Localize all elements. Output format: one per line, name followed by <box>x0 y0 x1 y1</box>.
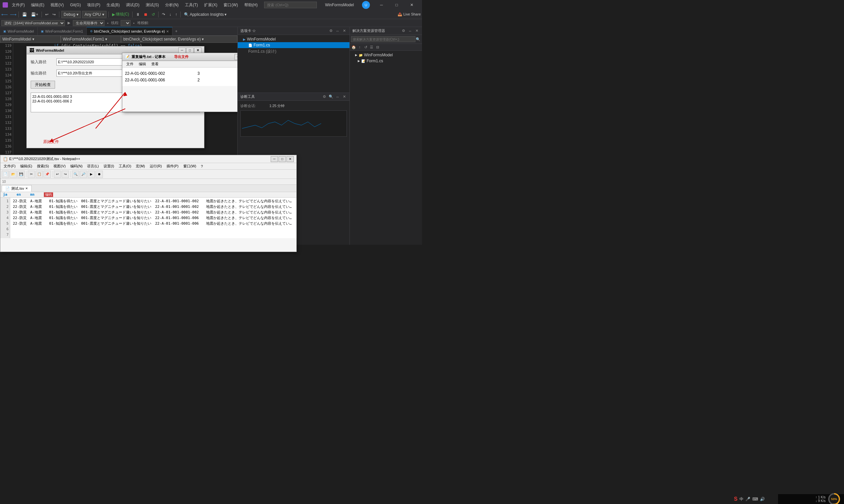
step-into-button[interactable]: ↓ <box>168 11 172 18</box>
npp-menu-window[interactable]: 窗口(W) <box>181 164 199 169</box>
tab-btncheck[interactable]: ⚙ btnCheck_Click(object sender, EventArg… <box>87 27 172 36</box>
forward-icon[interactable]: ⟶ <box>10 12 16 17</box>
sol-root[interactable]: ▶ 📁 WinFormsModel <box>350 52 422 58</box>
diag-close-button[interactable]: ✕ <box>342 94 347 100</box>
debug-config-dropdown[interactable]: Debug▾ <box>61 11 81 18</box>
options-expand-button[interactable]: ↔ <box>335 28 340 34</box>
sol-expand-button[interactable]: ↔ <box>408 28 413 34</box>
npp-close-button[interactable]: ✕ <box>287 156 294 162</box>
npp-menu-view[interactable]: 视图(V) <box>51 164 68 169</box>
npp-menu-help[interactable]: ? <box>199 164 205 168</box>
app-insights-button[interactable]: 🔍 Application Insights ▾ <box>183 11 227 18</box>
pause-button[interactable]: ⏸ <box>135 11 141 18</box>
live-share-label[interactable]: 📤 Live Share <box>398 12 421 16</box>
search-input[interactable] <box>264 2 317 8</box>
sol-form1-cs[interactable]: ▶ 📝 Form1.cs <box>350 58 422 64</box>
notepad-menu-file[interactable]: 文件 <box>124 61 136 67</box>
sol-search-button[interactable]: 🔍 <box>415 37 421 42</box>
options-tree-root[interactable]: ▶ WinFormsModel <box>238 36 349 42</box>
sol-home-button[interactable]: 🏠 <box>351 44 356 50</box>
menu-test[interactable]: 测试(S) <box>143 2 161 8</box>
class-dropdown[interactable]: WinFormsModel ▾ <box>0 36 61 43</box>
diag-settings-button[interactable]: ⚙ <box>322 94 327 100</box>
npp-menu-tools[interactable]: 工具(O) <box>117 164 133 169</box>
npp-menu-encode[interactable]: 编码(N) <box>68 164 84 169</box>
menu-edit[interactable]: 编辑(E) <box>28 2 47 8</box>
npp-menu-macro[interactable]: 宏(M) <box>134 164 147 169</box>
npp-menu-plugins[interactable]: 插件(P) <box>165 164 181 169</box>
npp-run-btn[interactable]: ▶ <box>88 170 95 178</box>
save-button[interactable]: 💾 <box>21 11 28 18</box>
diag-expand-button[interactable]: ↔ <box>335 94 340 100</box>
menu-file[interactable]: 文件(F) <box>9 2 28 8</box>
menu-window[interactable]: 窗口(W) <box>221 2 240 8</box>
process-dropdown[interactable]: 进程: [1644] WinFormsModel.exe <box>1 20 65 26</box>
menu-git[interactable]: Git(G) <box>68 2 84 8</box>
step-over-button[interactable]: ↷ <box>160 11 167 18</box>
sol-filter-button[interactable]: ☰ <box>369 44 374 50</box>
menu-build[interactable]: 生成(B) <box>104 2 122 8</box>
app-minimize-button[interactable]: ─ <box>178 48 186 53</box>
app-maximize-button[interactable]: □ <box>186 48 193 53</box>
sol-close-button[interactable]: ✕ <box>414 28 419 34</box>
options-close-button[interactable]: ✕ <box>342 28 347 34</box>
stop-button[interactable]: ⏹ <box>142 11 149 18</box>
npp-find-btn[interactable]: 🔍 <box>72 170 79 178</box>
lifecycle-dropdown[interactable]: 生命周期事件 <box>73 20 104 26</box>
menu-ext[interactable]: 扩展(X) <box>202 2 220 8</box>
menu-debug[interactable]: 调试(D) <box>123 2 142 8</box>
npp-redo-btn[interactable]: ↪ <box>62 170 69 178</box>
npp-cut-btn[interactable]: ✂ <box>28 170 35 178</box>
notepad-menu-edit[interactable]: 编辑 <box>136 61 149 67</box>
maximize-button[interactable]: □ <box>389 0 404 10</box>
npp-tab-tsv[interactable]: 📄 测试.tsv ✕ <box>2 185 32 192</box>
notepad-menu-view[interactable]: 查看 <box>149 61 161 67</box>
solution-search-input[interactable] <box>351 36 415 42</box>
menu-project[interactable]: 项目(P) <box>84 2 103 8</box>
npp-menu-search[interactable]: 搜索(S) <box>35 164 51 169</box>
npp-menu-file[interactable]: 文件(F) <box>2 164 17 169</box>
menu-help[interactable]: 帮助(H) <box>242 2 260 8</box>
sol-collapse-button[interactable]: ⊟ <box>375 44 380 50</box>
diag-search-button[interactable]: 🔍 <box>328 94 334 100</box>
npp-record-btn[interactable]: ⏺ <box>96 170 103 178</box>
npp-menu-run[interactable]: 运行(R) <box>148 164 164 169</box>
tab-close-icon[interactable]: ✕ <box>166 30 169 33</box>
step-out-button[interactable]: ↑ <box>174 11 178 18</box>
tab-form1[interactable]: ▣ WinFormsModel.Form1 <box>38 27 87 36</box>
npp-tab-close-icon[interactable]: ✕ <box>25 187 28 190</box>
thread-dropdown[interactable] <box>121 20 131 26</box>
method-dropdown[interactable]: btnCheck_Click(object sender, EventArgs … <box>121 36 237 43</box>
sol-settings-button[interactable]: ⚙ <box>401 28 406 34</box>
save-all-button[interactable]: 💾+ <box>30 11 39 18</box>
npp-copy-btn[interactable]: 📋 <box>36 170 43 178</box>
sol-refresh-button[interactable]: ↺ <box>363 44 368 50</box>
npp-zoom-in-btn[interactable]: 🔎 <box>80 170 87 178</box>
npp-menu-edit[interactable]: 编辑(E) <box>18 164 34 169</box>
npp-open-btn[interactable]: 📂 <box>10 170 17 178</box>
tab-winformsmodel[interactable]: ▣ WinFormsModel <box>0 27 38 36</box>
close-button[interactable]: ✕ <box>404 0 419 10</box>
member-dropdown[interactable]: WinFormsModel.Form1 ▾ <box>61 36 121 43</box>
options-settings-button[interactable]: ⚙ <box>328 28 334 34</box>
npp-undo-btn[interactable]: ↩ <box>54 170 61 178</box>
npp-save-btn[interactable]: 💾 <box>17 170 25 178</box>
back-icon[interactable]: ⟵ <box>1 12 8 17</box>
menu-tools[interactable]: 工具(T) <box>182 2 201 8</box>
npp-maximize-button[interactable]: □ <box>279 156 286 162</box>
npp-paste-btn[interactable]: 📌 <box>44 170 51 178</box>
app-close-button[interactable]: ✕ <box>194 48 202 53</box>
options-tree-form1[interactable]: 📄 Form1.cs <box>238 42 349 48</box>
redo-button[interactable]: ↪ <box>51 11 57 18</box>
new-tab-button[interactable]: + <box>172 29 180 34</box>
menu-analyze[interactable]: 分析(N) <box>162 2 181 8</box>
npp-minimize-button[interactable]: ─ <box>271 156 278 162</box>
notepad-minimize-button[interactable]: ─ <box>235 54 237 60</box>
npp-new-btn[interactable]: 📄 <box>2 170 9 178</box>
continue-button[interactable]: ▶ 继续(C) <box>111 11 131 18</box>
minimize-button[interactable]: ─ <box>374 0 389 10</box>
platform-dropdown[interactable]: Any CPU▾ <box>82 11 106 18</box>
npp-menu-lang[interactable]: 语言(L) <box>85 164 101 169</box>
restart-button[interactable]: ↺ <box>150 11 156 18</box>
menu-view[interactable]: 视图(V) <box>48 2 66 8</box>
